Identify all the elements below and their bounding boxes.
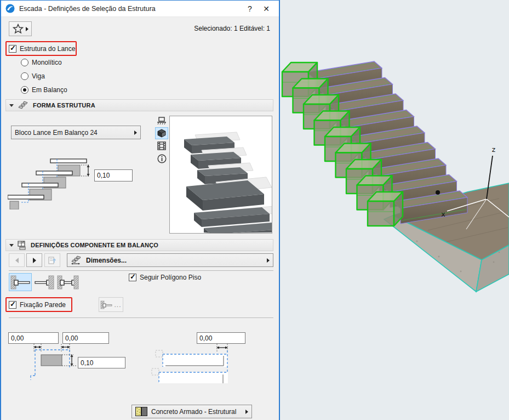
anchor-wall-left-icon	[10, 275, 31, 290]
support-view-button[interactable]	[155, 115, 168, 127]
radio-em-balanco-circle[interactable]	[21, 86, 28, 94]
section-componente[interactable]: DEFINIÇÕES COMPONENTE EM BALANÇO	[5, 239, 273, 251]
thickness-diagram	[8, 156, 92, 209]
offset-left-b-input[interactable]	[62, 332, 109, 344]
arrow-right-icon	[33, 258, 36, 263]
component-height-input[interactable]	[78, 357, 125, 368]
3d-scene: z x	[280, 0, 509, 420]
seguir-poligono-checkbox[interactable]	[129, 274, 136, 281]
radio-viga-circle[interactable]	[21, 72, 28, 80]
wall-fixation-icon	[100, 300, 112, 309]
divider	[9, 317, 273, 318]
axis-z-label: z	[491, 145, 496, 154]
material-value: Concreto Armado - Estrutural	[151, 408, 245, 416]
section-forma-estrutura-label: FORMA ESTRUTURA	[33, 102, 95, 109]
anchor-option-wall-right-button[interactable]	[33, 273, 56, 291]
material-swatch-icon	[135, 407, 148, 416]
structure-preview-image	[170, 116, 272, 233]
dropdown-arrow-icon	[267, 258, 270, 263]
dropdown-arrow-icon	[245, 410, 248, 414]
dimensoes-label: Dimensões...	[86, 257, 267, 264]
axis-x-label: x	[441, 210, 445, 218]
stair-structure-dialog: Escada - Definições de Seleção da Estrut…	[0, 0, 280, 420]
ellipsis-label: ...	[114, 301, 121, 309]
dialog-title: Escada - Definições de Seleção da Estrut…	[19, 5, 156, 13]
radio-viga[interactable]: Viga	[21, 72, 45, 80]
help-button[interactable]: ?	[242, 1, 258, 16]
animation-view-button[interactable]	[155, 140, 168, 152]
offset-left-a-input[interactable]	[8, 332, 59, 344]
radio-em-balanco[interactable]: Em Balanço	[21, 86, 67, 94]
fixacao-settings-button[interactable]: ...	[99, 297, 123, 312]
selection-status: Selecionado: 1 Editável: 1	[194, 25, 270, 32]
prev-component-button[interactable]	[9, 253, 25, 267]
close-button[interactable]: ✕	[258, 1, 274, 16]
staircase	[282, 61, 467, 226]
star-icon	[13, 24, 24, 34]
thickness-input[interactable]	[94, 169, 133, 181]
support-icon	[157, 116, 167, 125]
transfer-settings-button[interactable]	[44, 253, 60, 267]
seguir-poligono-label: Seguir Polígono Piso	[140, 274, 201, 281]
flight-structure-highlight: Estrutura do Lance	[5, 41, 77, 56]
favorites-flyout-arrow-icon	[26, 27, 28, 31]
section-componente-label: DEFINIÇÕES COMPONENTE EM BALANÇO	[31, 242, 158, 248]
dropdown-arrow-icon	[134, 130, 137, 135]
arrow-left-icon	[15, 258, 19, 263]
info-icon	[157, 154, 167, 163]
section-forma-estrutura[interactable]: FORMA ESTRUTURA	[5, 99, 273, 111]
fixacao-parede-highlight: Fixação Parede	[5, 297, 72, 312]
hotspot-dot	[436, 190, 440, 195]
fixacao-parede-label: Fixação Parede	[20, 301, 66, 309]
component-plan-diagram	[148, 344, 258, 384]
structure-preview	[169, 116, 272, 234]
anchor-option-wall-left-button[interactable]	[9, 273, 32, 291]
info-button[interactable]	[155, 152, 168, 164]
dimensions-icon	[71, 256, 83, 265]
divider	[9, 270, 273, 271]
anchor-wall-right-icon	[34, 275, 55, 290]
cube-icon	[157, 129, 166, 138]
archicad-logo-icon	[5, 4, 15, 13]
component-settings-icon	[18, 241, 27, 250]
flight-structure-checkbox[interactable]	[9, 45, 16, 53]
radio-monolitico[interactable]: Monolítico	[21, 59, 62, 66]
dialog-titlebar[interactable]: Escada - Definições de Seleção da Estrut…	[1, 1, 279, 17]
flight-structure-label: Estrutura do Lance	[20, 45, 75, 53]
favorites-button[interactable]	[9, 21, 32, 36]
fixacao-parede-checkbox[interactable]	[9, 301, 16, 309]
anchor-option-both-walls-button[interactable]	[56, 273, 79, 291]
stair-steps-icon	[18, 101, 30, 110]
radio-viga-label: Viga	[32, 72, 45, 80]
radio-em-balanco-label: Em Balanço	[32, 86, 67, 94]
collapse-arrow-icon	[9, 104, 14, 107]
document-transfer-icon	[48, 256, 56, 265]
radio-monolitico-label: Monolítico	[32, 59, 62, 66]
model-view-button[interactable]	[155, 127, 168, 139]
3d-viewport[interactable]: z x	[280, 0, 509, 420]
component-plan-diagram-image	[148, 344, 258, 384]
dimensoes-dropdown[interactable]: Dimensões...	[67, 253, 273, 267]
next-component-button[interactable]	[26, 253, 42, 267]
anchor-both-walls-icon	[57, 275, 79, 290]
film-strip-icon	[157, 141, 167, 150]
thickness-diagram-image	[8, 156, 92, 209]
structure-preset-dropdown[interactable]: Bloco Lance Em Balanço 24	[11, 126, 141, 139]
seguir-poligono-row[interactable]: Seguir Polígono Piso	[129, 274, 201, 281]
collapse-arrow-icon	[9, 244, 14, 247]
radio-monolitico-circle[interactable]	[21, 59, 28, 66]
offset-right-input[interactable]	[197, 332, 245, 344]
material-dropdown[interactable]: Concreto Armado - Estrutural	[131, 405, 252, 418]
application: Escada - Definições de Seleção da Estrut…	[0, 0, 509, 420]
structure-preset-value: Bloco Lance Em Balanço 24	[15, 129, 134, 137]
